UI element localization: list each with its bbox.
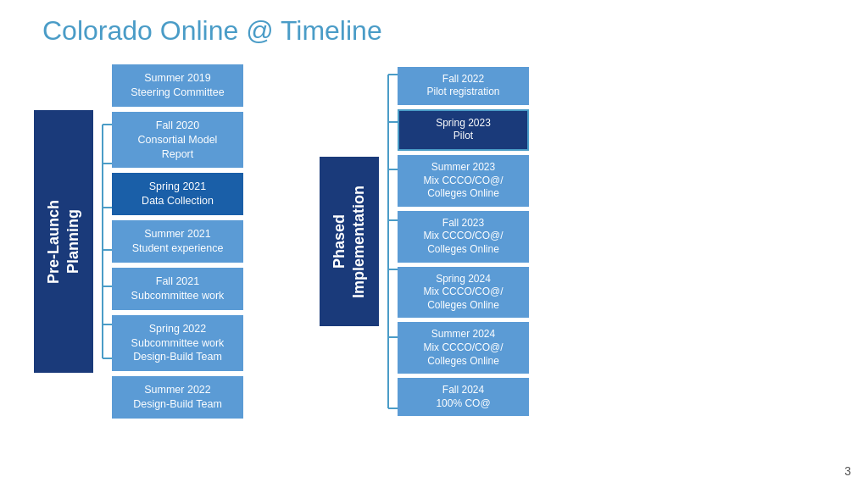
page-number: 3 xyxy=(844,464,851,478)
item-summer2024: Summer 2024Mix CCCO/CO@/Colleges Online xyxy=(398,322,529,374)
item-fall2021: Fall 2021Subcommittee work xyxy=(112,268,243,310)
item-fall2020: Fall 2020Consortial ModelReport xyxy=(112,112,243,169)
item-summer2021: Summer 2021Student experience xyxy=(112,220,243,263)
right-items-col: Fall 2022Pilot registration Spring 2023P… xyxy=(398,67,529,417)
left-connector xyxy=(93,106,112,377)
left-items-col: Summer 2019Steering Committee Fall 2020C… xyxy=(112,64,243,419)
item-spring2022: Spring 2022Subcommittee workDesign-Build… xyxy=(112,315,243,372)
item-fall2024: Fall 2024100% CO@ xyxy=(398,378,529,416)
item-spring2023: Spring 2023Pilot xyxy=(398,109,529,151)
pre-launch-label: Pre-LaunchPlanning xyxy=(34,110,93,373)
item-summer2019: Summer 2019Steering Committee xyxy=(112,64,243,107)
item-spring2021: Spring 2021Data Collection xyxy=(112,173,243,215)
item-fall2023: Fall 2023Mix CCCO/CO@/Colleges Online xyxy=(398,211,529,263)
page-title: Colorado Online @ Timeline xyxy=(0,0,868,55)
right-connector xyxy=(379,59,398,424)
item-summer2023: Summer 2023Mix CCCO/CO@/Colleges Online xyxy=(398,155,529,207)
item-spring2024: Spring 2024Mix CCCO/CO@/Colleges Online xyxy=(398,267,529,319)
item-fall2022: Fall 2022Pilot registration xyxy=(398,67,529,105)
phased-impl-label: PhasedImplementation xyxy=(320,157,379,326)
item-summer2022: Summer 2022Design-Build Team xyxy=(112,376,243,419)
